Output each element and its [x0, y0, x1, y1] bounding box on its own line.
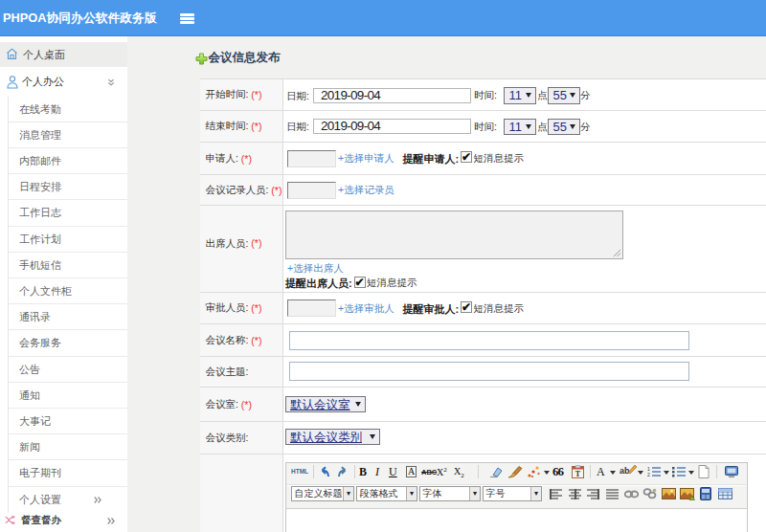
svg-text:1: 1	[647, 466, 650, 472]
svg-text:T: T	[575, 470, 581, 478]
svg-text:2: 2	[647, 472, 650, 477]
